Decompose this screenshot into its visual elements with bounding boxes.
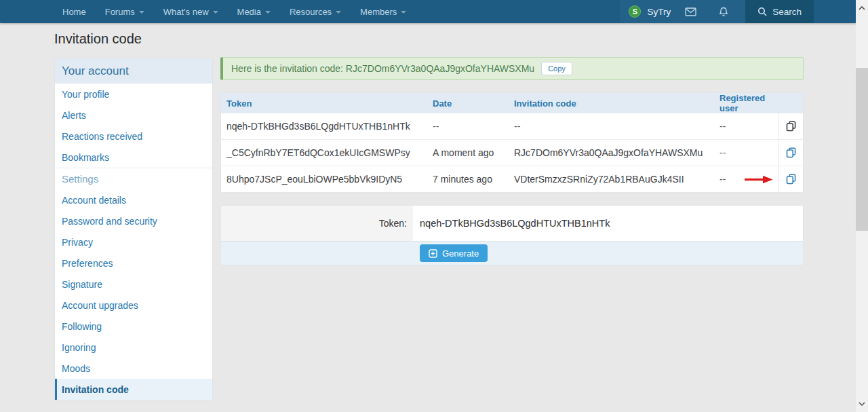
account-sidebar: Your account Your profile Alerts Reactio… — [54, 58, 213, 400]
copy-token-icon[interactable] — [778, 166, 803, 192]
cell-token: 8Uhpo7JScP_eouLbiOWPe5bbVk9IDyN5 — [221, 174, 427, 185]
plus-square-icon — [429, 249, 437, 258]
nav-item-label: What's new — [163, 7, 209, 17]
user-block: S SyTry — [620, 0, 745, 23]
tokens-table: Token Date Invitation code Registered us… — [220, 92, 804, 193]
chevron-down-icon — [336, 11, 341, 14]
nav-item-home[interactable]: Home — [53, 0, 96, 23]
table-header-row: Token Date Invitation code Registered us… — [221, 93, 803, 113]
col-header-invitation-code: Invitation code — [509, 98, 714, 109]
search-button[interactable]: Search — [745, 0, 814, 23]
sidebar-item-moods[interactable]: Moods — [55, 358, 212, 379]
scroll-up-arrow[interactable] — [856, 3, 868, 14]
cell-registered-user: -- — [714, 147, 778, 158]
sidebar-item-preferences[interactable]: Preferences — [55, 252, 212, 274]
sidebar-item-reactions-received[interactable]: Reactions received — [55, 126, 212, 147]
page-title: Invitation code — [54, 31, 142, 47]
chevron-down-icon — [139, 11, 144, 14]
sidebar-item-account-upgrades[interactable]: Account upgrades — [55, 295, 212, 316]
cell-registered-user: -- — [714, 121, 778, 132]
generate-label: Generate — [442, 248, 479, 259]
nav-item-members[interactable]: Members — [351, 0, 416, 23]
sidebar-item-privacy[interactable]: Privacy — [55, 231, 212, 252]
copy-token-icon[interactable] — [778, 140, 803, 166]
col-header-token: Token — [221, 98, 427, 109]
token-label: Token: — [221, 206, 413, 241]
inbox-envelope-icon[interactable] — [677, 7, 705, 16]
top-nav: Home Forums What's new Media Resources M… — [0, 0, 856, 23]
scrollbar-thumb[interactable] — [856, 68, 868, 231]
avatar[interactable]: S — [629, 5, 641, 18]
cell-token: _C5CyfnRbY7ET6dQCox1ekUIcGMSWPsy — [221, 147, 427, 158]
sidebar-item-alerts[interactable]: Alerts — [55, 105, 212, 126]
token-form: Token: nqeh-DTkBHGd3sB6LQgdHTUxTHB1nHTk … — [220, 205, 804, 265]
sidebar-item-password-and-security[interactable]: Password and security — [55, 210, 212, 231]
nav-item-whats-new[interactable]: What's new — [154, 0, 228, 23]
nav-item-label: Forums — [105, 7, 135, 17]
nav-item-label: Resources — [290, 7, 332, 17]
table-row: nqeh-DTkBHGd3sB6LQgdHTUxTHB1nHTk -- -- -… — [221, 113, 803, 139]
invitation-code-alert: Here is the invitation code: RJc7DOm6YVr… — [220, 57, 804, 80]
sidebar-item-ignoring[interactable]: Ignoring — [55, 337, 212, 358]
chevron-down-icon — [213, 11, 218, 14]
screen: Home Forums What's new Media Resources M… — [0, 0, 868, 412]
sidebar-section-settings: Settings — [55, 168, 212, 189]
cell-invitation-code: -- — [509, 121, 714, 132]
alerts-bell-icon[interactable] — [711, 7, 736, 17]
sidebar-item-following[interactable]: Following — [55, 316, 212, 337]
token-form-row: Token: nqeh-DTkBHGd3sB6LQgdHTUxTHB1nHTk — [221, 206, 803, 241]
scrollbar — [856, 0, 868, 412]
sidebar-item-bookmarks[interactable]: Bookmarks — [55, 147, 212, 168]
cell-date: A moment ago — [427, 147, 509, 158]
red-arrow-annotation — [745, 175, 773, 184]
nav-right: S SyTry Search — [620, 0, 856, 23]
nav-item-label: Home — [62, 7, 86, 17]
sidebar-header: Your account — [55, 58, 212, 83]
col-header-registered-user: Registered user — [714, 93, 778, 113]
main-menu: Home Forums What's new Media Resources M… — [0, 0, 416, 23]
sidebar-item-account-details[interactable]: Account details — [55, 189, 212, 210]
chevron-down-icon — [265, 11, 271, 14]
sidebar-item-your-profile[interactable]: Your profile — [55, 83, 212, 105]
cell-invitation-code: RJc7DOm6YVr3a0QAaJ9gxOfaYHAWSXMu — [509, 147, 714, 158]
nav-item-label: Members — [360, 7, 397, 17]
cell-invitation-code: VDterSmzxzSRniZy72Ab1RBAuGJk4SII — [509, 174, 714, 185]
form-footer: Generate — [221, 241, 803, 265]
nav-item-media[interactable]: Media — [228, 0, 280, 23]
sidebar-item-invitation-code[interactable]: Invitation code — [55, 379, 212, 400]
nav-item-label: Media — [237, 7, 261, 17]
chevron-down-icon — [401, 11, 406, 14]
cell-date: 7 minutes ago — [427, 174, 509, 185]
main-content: Here is the invitation code: RJc7DOm6YVr… — [220, 57, 804, 265]
nav-item-forums[interactable]: Forums — [96, 0, 154, 23]
alert-text: Here is the invitation code: RJc7DOm6YVr… — [231, 63, 534, 74]
cell-token: nqeh-DTkBHGd3sB6LQgdHTUxTHB1nHTk — [221, 121, 427, 132]
username[interactable]: SyTry — [647, 7, 671, 17]
copy-token-icon[interactable] — [778, 113, 803, 139]
table-row: 8Uhpo7JScP_eouLbiOWPe5bbVk9IDyN5 7 minut… — [221, 166, 803, 192]
nav-item-resources[interactable]: Resources — [280, 0, 351, 23]
token-value: nqeh-DTkBHGd3sB6LQgdHTUxTHB1nHTk — [413, 206, 803, 241]
sidebar-item-signature[interactable]: Signature — [55, 274, 212, 295]
scroll-down-arrow[interactable] — [856, 398, 868, 409]
table-row: _C5CyfnRbY7ET6dQCox1ekUIcGMSWPsy A momen… — [221, 139, 803, 166]
col-header-date: Date — [427, 98, 509, 109]
generate-button[interactable]: Generate — [420, 244, 488, 262]
cell-date: -- — [427, 121, 509, 132]
copy-button[interactable]: Copy — [541, 62, 572, 75]
search-icon — [757, 7, 767, 16]
search-label: Search — [772, 7, 802, 17]
